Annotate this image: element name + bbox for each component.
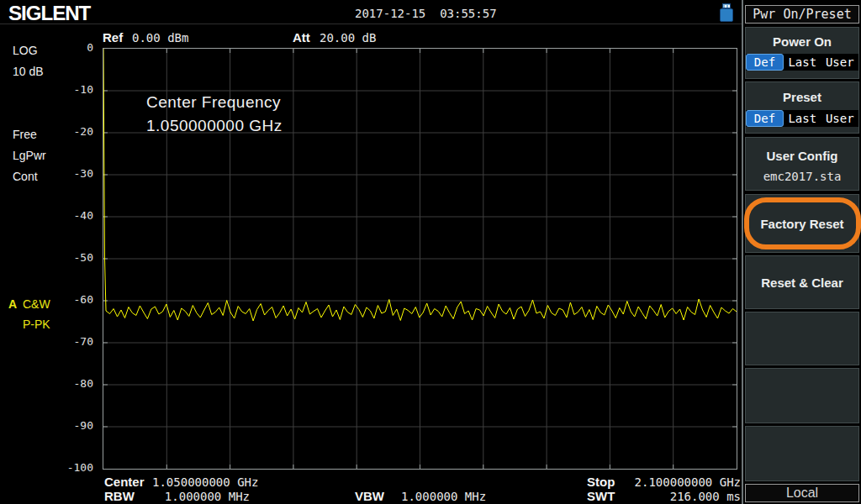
y-tick-label: -20 (42, 125, 93, 138)
att-value: 20.00 dB (320, 31, 376, 45)
power-on-options: Def Last User (746, 54, 858, 71)
softkey-user-config[interactable]: User Config emc2017.sta (745, 137, 859, 191)
status-sweep-mode: Cont (13, 170, 38, 183)
preset-option-def[interactable]: Def (746, 110, 784, 127)
user-config-filename: emc2017.sta (746, 170, 858, 183)
usb-drive-icon (720, 3, 733, 22)
rbw-value: 1.000000 MHz (152, 490, 250, 503)
y-tick-label: -70 (42, 335, 93, 348)
center-value: 1.050000000 GHz (152, 475, 258, 489)
user-config-title: User Config (746, 149, 858, 163)
softkey-factory-reset[interactable]: Factory Reset (745, 194, 859, 253)
center-frequency-annotation-title: Center Frequency (146, 93, 281, 112)
vbw-value: 1.000000 MHz (401, 490, 486, 503)
softkey-power-on[interactable]: Power On Def Last User (745, 27, 859, 79)
usb-pin (725, 5, 726, 8)
y-axis-labels: 0-10-20-30-40-50-60-70-80-90-100 (42, 48, 98, 468)
softkey-blank-1 (745, 312, 859, 365)
preset-option-user[interactable]: User (821, 112, 859, 125)
reset-and-clear-label: Reset & Clear (761, 276, 843, 290)
factory-reset-label: Factory Reset (760, 217, 843, 231)
usb-body (720, 8, 733, 22)
y-tick-label: -40 (42, 209, 93, 222)
ref-label: Ref (103, 30, 123, 45)
status-power-mode: LgPwr (13, 149, 46, 162)
power-on-title: Power On (746, 34, 858, 49)
softkey-reset-and-clear[interactable]: Reset & Clear (745, 255, 859, 309)
y-tick-label: -60 (42, 293, 93, 306)
usb-pin (728, 5, 730, 8)
topbar-divider (0, 24, 743, 24)
y-tick-label: -10 (42, 83, 93, 96)
y-tick-label: -80 (42, 377, 93, 390)
softkey-menu: Pwr On/Preset Power On Def Last User Pre… (745, 0, 859, 504)
preset-title: Preset (746, 90, 858, 104)
preset-option-last[interactable]: Last (784, 112, 821, 125)
stop-label: Stop (587, 475, 615, 489)
power-on-option-last[interactable]: Last (784, 55, 821, 69)
y-tick-label: -90 (42, 419, 93, 432)
datetime: 2017-12-15 03:55:57 (355, 7, 497, 20)
power-on-option-def[interactable]: Def (746, 54, 784, 71)
menu-title: Pwr On/Preset (745, 5, 859, 24)
softkey-blank-3 (745, 426, 859, 481)
sidebar-divider (742, 0, 743, 504)
local-button[interactable]: Local (745, 484, 859, 502)
swt-value: 216.000 ms (622, 490, 741, 503)
power-on-option-user[interactable]: User (821, 55, 859, 69)
rbw-label: RBW (104, 489, 135, 503)
center-frequency-annotation-value: 1.050000000 GHz (146, 117, 283, 135)
ref-value: 0.00 dBm (132, 31, 188, 45)
status-scale: 10 dB (13, 65, 44, 78)
y-tick-label: -30 (42, 167, 93, 180)
status-scale-type: LOG (13, 44, 38, 57)
siglent-logo: SIGLENT (8, 3, 90, 25)
softkey-preset[interactable]: Preset Def Last User (745, 81, 859, 134)
stop-value: 2.100000000 GHz (622, 475, 741, 489)
softkey-blank-2 (745, 368, 859, 423)
y-tick-label: -100 (42, 461, 93, 474)
spectrum-plot: Center Frequency 1.050000000 GHz (103, 48, 737, 470)
att-label: Att (293, 30, 310, 45)
swt-label: SWT (587, 489, 615, 503)
trace-canvas (103, 49, 737, 469)
status-trigger: Free (13, 128, 37, 141)
y-tick-label: 0 (42, 41, 93, 54)
preset-options: Def Last User (746, 110, 858, 127)
center-label: Center (104, 475, 145, 489)
y-tick-label: -50 (42, 251, 93, 264)
vbw-label: VBW (355, 489, 384, 503)
analyzer-screen: SIGLENT 2017-12-15 03:55:57 LOG 10 dB Fr… (0, 0, 861, 504)
trace-id-label: A (8, 297, 17, 311)
